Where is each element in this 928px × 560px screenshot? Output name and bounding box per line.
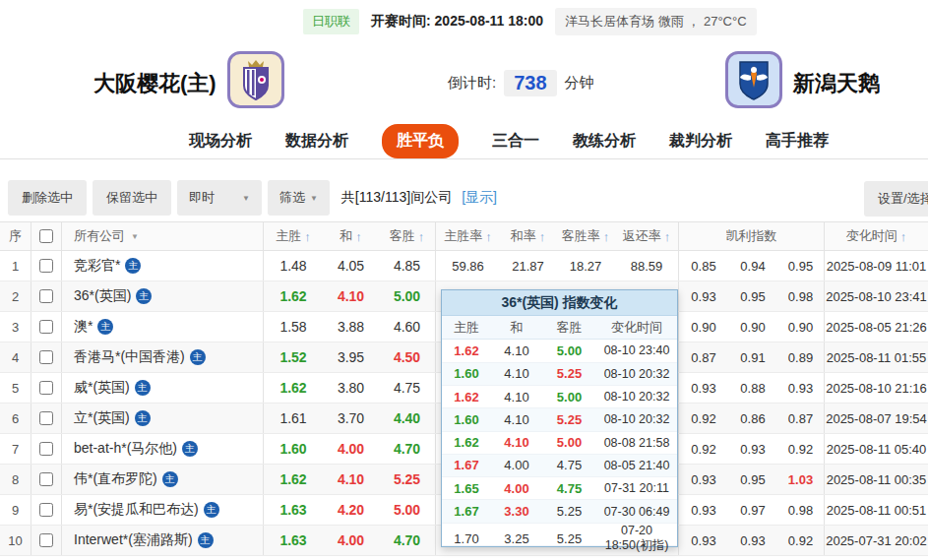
away-odds-cell[interactable]: 4.70 [379, 434, 436, 464]
home-odds-cell[interactable]: 1.62 [264, 471, 323, 487]
row-checkbox[interactable] [39, 533, 53, 547]
away-odds-cell[interactable]: 5.00 [379, 495, 436, 525]
header-home-odds[interactable]: 主胜↑ [264, 222, 323, 250]
header-draw-rate[interactable]: 和率↑ [500, 222, 556, 250]
draw-odds-cell[interactable]: 3.80 [323, 380, 379, 396]
home-odds-cell[interactable]: 1.63 [264, 532, 323, 548]
venue-weather-chip: 洋马长居体育场 微雨 ， 27°C°C [555, 8, 756, 35]
tab-win-draw-lose[interactable]: 胜平负 [382, 124, 459, 158]
home-odds-cell[interactable]: 1.62 [264, 380, 323, 396]
away-odds-cell[interactable]: 4.40 [379, 404, 436, 433]
row-checkbox[interactable] [39, 320, 53, 334]
tab-three-in-one[interactable]: 三合一 [492, 131, 539, 152]
row-seq: 1 [0, 251, 31, 280]
delete-selected-button[interactable]: 删除选中 [8, 180, 87, 216]
row-checkbox[interactable] [39, 381, 53, 395]
company-cell[interactable]: Interwet*(塞浦路斯)主 [62, 526, 264, 555]
tab-live-analysis[interactable]: 现场分析 [189, 131, 252, 152]
kelly-value: 0.93 [728, 533, 777, 548]
draw-odds-cell[interactable]: 4.20 [323, 502, 379, 518]
main-company-badge-icon: 主 [97, 319, 113, 335]
settings-select-button[interactable]: 设置/选择 [864, 181, 928, 217]
home-odds-cell[interactable]: 1.60 [264, 441, 323, 457]
select-all-checkbox[interactable] [39, 229, 53, 243]
table-row: 1竞彩官*主1.484.054.8559.8621.8718.2788.590.… [0, 251, 928, 281]
row-checkbox[interactable] [39, 442, 53, 456]
away-odds-cell[interactable]: 5.25 [379, 465, 436, 494]
header-return-rate[interactable]: 返还率↑ [615, 222, 679, 250]
company-cell[interactable]: 澳*主 [62, 312, 264, 342]
company-cell[interactable]: 立*(英国)主 [62, 404, 264, 433]
draw-odds-cell[interactable]: 4.05 [323, 258, 379, 274]
kelly-value: 0.92 [679, 411, 728, 426]
header-company[interactable]: 所有公司 ▼ [62, 222, 264, 250]
tab-coach-analysis[interactable]: 教练分析 [573, 131, 636, 152]
home-odds-cell[interactable]: 1.62 [264, 288, 323, 304]
odds-mode-select[interactable]: 即时 ▼ [177, 180, 262, 216]
main-company-badge-icon: 主 [190, 349, 206, 365]
row-checkbox[interactable] [39, 411, 53, 425]
draw-odds-cell[interactable]: 4.00 [323, 532, 379, 548]
tab-expert-recommend[interactable]: 高手推荐 [766, 131, 829, 152]
header-home-rate[interactable]: 主胜率↑ [436, 222, 500, 250]
company-count-text: 共[113/113]间公司 [341, 189, 452, 207]
company-cell[interactable]: 36*(英国)主 [62, 281, 264, 311]
company-cell[interactable]: bet-at-h*(马尔他)主 [62, 434, 264, 464]
popup-row: 1.673.305.2507-30 06:49 [442, 500, 677, 523]
home-odds-cell[interactable]: 1.63 [264, 502, 323, 518]
popup-row: 1.654.004.7507-31 20:11 [442, 477, 677, 500]
draw-odds-cell[interactable]: 3.95 [323, 349, 379, 365]
draw-odds-cell[interactable]: 4.10 [323, 471, 379, 487]
home-odds-cell[interactable]: 1.61 [264, 410, 323, 426]
draw-odds-cell[interactable]: 4.10 [323, 288, 379, 304]
draw-odds-cell[interactable]: 3.70 [323, 410, 379, 426]
header-change-time[interactable]: 变化时间↑ [825, 222, 928, 250]
company-cell[interactable]: 竞彩官*主 [62, 251, 264, 280]
row-checkbox-cell [31, 251, 62, 280]
draw-odds-cell[interactable]: 4.00 [323, 441, 379, 457]
popup-home-odds: 1.62 [442, 435, 491, 450]
row-checkbox-cell [31, 281, 62, 311]
home-odds-cell[interactable]: 1.52 [264, 349, 323, 365]
row-checkbox-cell [31, 434, 62, 464]
home-odds-cell[interactable]: 1.48 [264, 258, 323, 274]
home-odds-cell[interactable]: 1.58 [264, 319, 323, 335]
show-link[interactable]: [显示] [462, 189, 497, 207]
header-away-rate[interactable]: 客胜率↑ [556, 222, 615, 250]
tab-referee-analysis[interactable]: 裁判分析 [669, 131, 732, 152]
sort-up-icon: ↑ [355, 229, 362, 244]
tab-data-analysis[interactable]: 数据分析 [285, 131, 348, 152]
away-odds-cell[interactable]: 4.50 [379, 342, 436, 372]
popup-change-time: 08-10 20:32 [596, 367, 677, 381]
keep-selected-button[interactable]: 保留选中 [93, 180, 171, 216]
header-away-odds[interactable]: 客胜↑ [379, 222, 436, 250]
kelly-value: 0.93 [777, 373, 825, 403]
row-checkbox[interactable] [39, 350, 53, 364]
filter-button[interactable]: 筛选 ▼ [268, 180, 330, 216]
popup-row: 1.624.105.0008-08 21:58 [442, 432, 677, 455]
company-cell[interactable]: 伟*(直布罗陀)主 [62, 465, 264, 494]
company-cell[interactable]: 易*(安提瓜和巴布达)主 [62, 495, 264, 525]
company-cell[interactable]: 威*(英国)主 [62, 373, 264, 403]
company-cell[interactable]: 香港马*(中国香港)主 [62, 342, 264, 372]
away-odds-cell[interactable]: 4.75 [379, 373, 436, 403]
draw-odds-cell[interactable]: 3.88 [323, 319, 379, 335]
popup-row: 1.604.105.2508-10 20:32 [442, 408, 677, 431]
popup-body: 1.624.105.0008-10 23:401.604.105.2508-10… [442, 340, 677, 546]
company-name: 竞彩官* [74, 257, 120, 275]
row-checkbox[interactable] [39, 472, 53, 486]
row-seq: 10 [0, 526, 31, 555]
row-checkbox[interactable] [39, 259, 53, 273]
header-draw-odds[interactable]: 和↑ [323, 222, 379, 250]
away-odds-cell[interactable]: 4.60 [379, 312, 436, 342]
row-checkbox[interactable] [39, 503, 53, 517]
away-odds-cell[interactable]: 5.00 [379, 281, 436, 311]
row-checkbox[interactable] [39, 289, 53, 303]
away-odds-cell[interactable]: 4.70 [379, 526, 436, 555]
home-rate-cell: 59.86 [436, 259, 500, 274]
countdown-unit: 分钟 [565, 74, 594, 93]
sort-up-icon: ↑ [900, 229, 907, 244]
popup-draw-odds: 3.25 [491, 531, 542, 546]
away-odds-cell[interactable]: 4.85 [379, 251, 436, 280]
home-team-name: 大阪樱花(主) [93, 69, 217, 98]
